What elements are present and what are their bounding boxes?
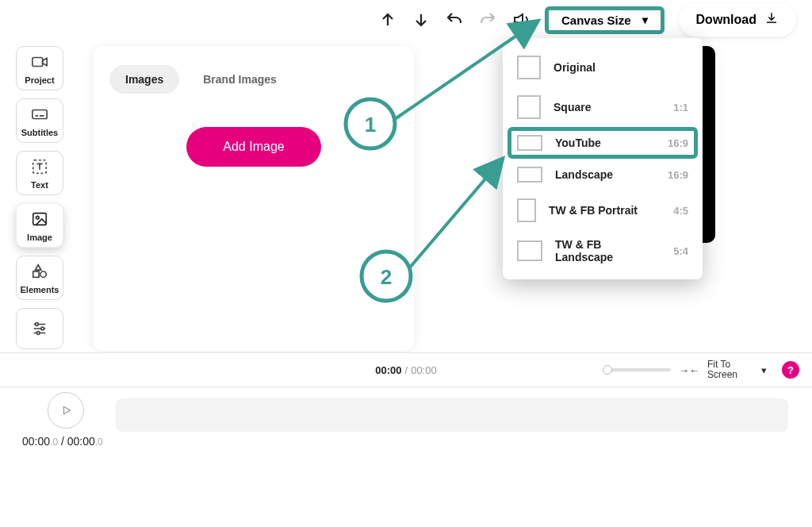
arrow-up-icon[interactable]	[378, 10, 397, 29]
rail-elements[interactable]: Elements	[16, 256, 63, 300]
download-icon	[764, 11, 779, 29]
rail-subtitles[interactable]: Subtitles	[16, 98, 63, 143]
play-button[interactable]	[48, 392, 84, 429]
tab-images[interactable]: Images	[109, 65, 179, 94]
rail-label: Subtitles	[21, 128, 58, 137]
total-time: 00:00	[411, 364, 437, 376]
playback-bar: 00:00 / 00:00 →← Fit To Screen ▾ ?	[0, 352, 812, 387]
dd-ratio: 16:9	[668, 169, 688, 181]
chevron-down-icon: ▾	[642, 13, 648, 26]
dd-label: Landscape	[555, 168, 655, 181]
canvas-size-dropdown: Original Square 1:1 YouTube 16:9 Landsca…	[503, 38, 703, 279]
dd-landscape[interactable]: Landscape 16:9	[508, 159, 698, 190]
svg-point-4	[36, 216, 39, 219]
shapes-icon	[29, 263, 51, 280]
canvas-size-button[interactable]: Canvas Size ▾	[545, 6, 665, 34]
svg-rect-1	[33, 110, 47, 119]
video-camera-icon	[29, 53, 51, 71]
dd-label: Square	[553, 101, 661, 113]
top-toolbar: Canvas Size ▾ Download	[0, 0, 812, 40]
dd-youtube[interactable]: YouTube 16:9	[508, 127, 698, 159]
chevron-down-icon[interactable]: ▾	[761, 364, 774, 376]
dd-label: YouTube	[555, 137, 655, 149]
arrow-down-icon[interactable]	[412, 10, 431, 29]
image-tabs: Images Brand Images	[109, 65, 398, 94]
download-label: Download	[696, 13, 756, 27]
rail-label: Elements	[21, 285, 59, 294]
svg-point-7	[36, 323, 39, 326]
tl-total: 00:00	[67, 435, 95, 448]
svg-point-6	[40, 271, 46, 277]
fit-to-screen-label: Fit To Screen	[707, 360, 753, 380]
zoom-slider[interactable]	[603, 368, 671, 371]
dd-ratio: 1:1	[673, 102, 688, 113]
tl-total-sub: .0	[95, 437, 103, 448]
timeline-time: 00:00.0 / 00:00.0	[22, 435, 103, 448]
rail-label: Project	[25, 75, 54, 85]
dd-label: TW & FB Portrait	[549, 204, 661, 217]
current-time: 00:00	[375, 364, 401, 376]
svg-rect-3	[33, 213, 47, 225]
aspect-thumb-icon	[517, 240, 542, 261]
tl-current-sub: .0	[50, 437, 58, 448]
dd-label: Original	[553, 61, 676, 74]
zoom-thumb[interactable]	[603, 365, 612, 375]
aspect-thumb-icon	[517, 56, 541, 79]
rail-label: Image	[27, 233, 52, 242]
dd-square[interactable]: Square 1:1	[508, 87, 698, 127]
dd-ratio: 5:4	[673, 245, 688, 257]
text-icon	[29, 158, 51, 175]
left-rail: Project Subtitles Text Image Elements	[16, 46, 73, 349]
play-icon	[61, 405, 72, 416]
fit-arrows-icon: →←	[679, 364, 699, 376]
tl-sep: /	[61, 435, 64, 448]
svg-point-9	[36, 332, 40, 335]
aspect-thumb-icon	[517, 95, 541, 119]
tab-brand-images[interactable]: Brand Images	[187, 65, 293, 94]
aspect-thumb-icon	[517, 198, 536, 222]
dd-tw-fb-portrait[interactable]: TW & FB Portrait 4:5	[508, 190, 698, 230]
rail-text[interactable]: Text	[16, 151, 63, 195]
dd-ratio: 4:5	[673, 205, 688, 217]
aspect-thumb-icon	[517, 135, 542, 151]
rail-label: Text	[31, 180, 48, 190]
dd-ratio: 16:9	[668, 137, 688, 149]
aspect-thumb-icon	[517, 167, 542, 183]
volume-icon[interactable]	[511, 10, 530, 29]
download-button[interactable]: Download	[679, 3, 796, 37]
svg-point-8	[41, 327, 44, 330]
timeline-track[interactable]	[116, 398, 788, 432]
tl-current: 00:00	[22, 435, 50, 448]
add-image-button[interactable]: Add Image	[186, 127, 321, 167]
rail-project[interactable]: Project	[16, 46, 63, 90]
rail-settings[interactable]	[16, 308, 63, 349]
rail-image[interactable]: Image	[16, 203, 63, 248]
help-button[interactable]: ?	[782, 361, 799, 379]
timeline: 00:00.0 / 00:00.0	[0, 387, 812, 483]
image-icon	[29, 210, 51, 228]
time-separator: /	[405, 364, 408, 376]
svg-rect-5	[33, 271, 39, 277]
subtitles-icon	[29, 106, 51, 123]
redo-icon[interactable]	[478, 10, 497, 29]
playback-time: 00:00 / 00:00	[375, 364, 436, 376]
canvas-size-label: Canvas Size	[561, 13, 631, 27]
svg-rect-0	[33, 58, 43, 67]
image-panel: Images Brand Images Add Image	[94, 46, 414, 351]
undo-icon[interactable]	[445, 10, 464, 29]
sliders-icon	[29, 320, 51, 337]
dd-tw-fb-landscape[interactable]: TW & FB Landscape 5:4	[508, 230, 698, 271]
dd-label: TW & FB Landscape	[555, 238, 661, 264]
dd-original[interactable]: Original	[508, 48, 698, 87]
